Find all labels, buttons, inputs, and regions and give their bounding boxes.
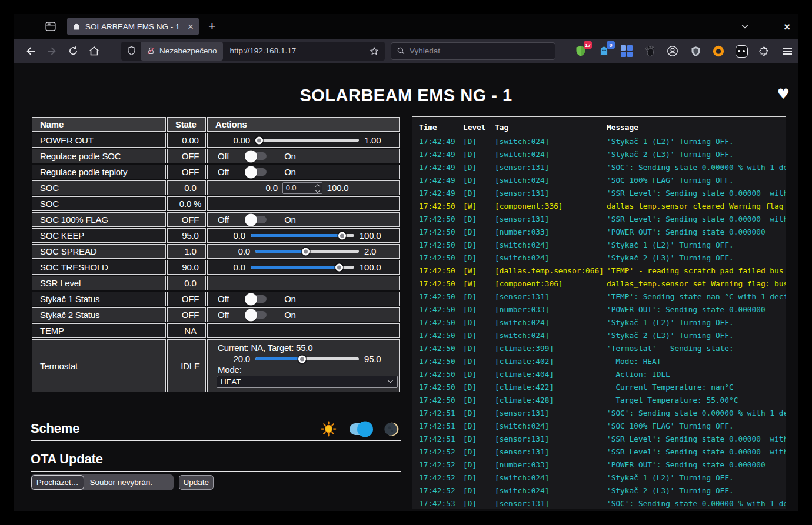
log-time: 17:42:53 bbox=[419, 497, 463, 509]
number-input[interactable]: 0.0 bbox=[282, 182, 322, 194]
slider-track[interactable] bbox=[251, 234, 354, 237]
ota-divider bbox=[31, 471, 401, 472]
log-row: 17:42:49[D][switch:024]'Stykač 2 (L3)' T… bbox=[419, 148, 786, 161]
log-time: 17:42:50 bbox=[419, 394, 463, 407]
scheme-toggle[interactable] bbox=[350, 423, 371, 435]
grid-extension-icon[interactable] bbox=[620, 44, 634, 58]
home-icon[interactable] bbox=[86, 43, 102, 59]
new-tab-button[interactable]: + bbox=[208, 20, 216, 33]
search-bar[interactable]: Vyhledat bbox=[391, 42, 555, 60]
security-chip[interactable]: Nezabezpečeno bbox=[141, 42, 223, 61]
log-row: 17:42:50[D][number:033]'POWER OUT': Send… bbox=[419, 226, 786, 239]
device-name: SOC bbox=[32, 196, 166, 211]
orange-extension-icon[interactable] bbox=[711, 44, 726, 58]
slider-thumb[interactable] bbox=[338, 232, 346, 239]
spin-down-icon[interactable] bbox=[315, 188, 320, 192]
shield-extension-icon[interactable] bbox=[688, 44, 703, 58]
log-tag: [climate:428] bbox=[495, 394, 607, 407]
adblock-extension-icon[interactable]: 17 bbox=[574, 44, 588, 58]
heart-icon[interactable]: ♥ bbox=[777, 86, 790, 102]
tab-close-icon[interactable]: × bbox=[188, 22, 194, 32]
log-time: 17:42:51 bbox=[419, 433, 463, 446]
toggle-switch[interactable] bbox=[247, 152, 267, 160]
toggle-switch[interactable] bbox=[247, 168, 267, 176]
log-rows: 17:42:49[D][switch:024]'Stykač 1 (L2)' T… bbox=[419, 135, 786, 509]
log-time: 17:42:50 bbox=[419, 200, 463, 213]
log-time: 17:42:49 bbox=[419, 135, 463, 148]
toggle-knob bbox=[245, 309, 257, 321]
firefox-view-icon[interactable] bbox=[42, 18, 59, 35]
thermostat-mode-select[interactable]: HEAT bbox=[217, 376, 398, 388]
log-row: 17:42:50[D][switch:024]'Stykač 1 (L2)' T… bbox=[419, 316, 786, 329]
slider-max-label: 2.0 bbox=[364, 246, 376, 256]
forward-icon[interactable] bbox=[44, 43, 60, 59]
log-message: 'SSR Level': Sending state 0.00000 with … bbox=[607, 187, 786, 200]
device-actions: 0.02.0 bbox=[207, 244, 400, 259]
device-state: 95.0 bbox=[167, 228, 206, 243]
log-time: 17:42:50 bbox=[419, 381, 463, 394]
slider-control: 20.095.0 bbox=[217, 354, 398, 364]
log-time: 17:42:50 bbox=[419, 303, 463, 316]
toggle-control: OffOn bbox=[215, 167, 399, 177]
device-state: 0.0 % bbox=[167, 196, 206, 211]
url-bar[interactable]: Nezabezpečeno http://192.168.1.17 bbox=[121, 42, 385, 61]
log-level: [D] bbox=[463, 355, 495, 368]
device-row: SOC0.0 % bbox=[32, 196, 400, 211]
gnome-foot-icon[interactable] bbox=[643, 44, 657, 58]
update-button[interactable]: Update bbox=[179, 475, 214, 490]
extensions-puzzle-icon[interactable] bbox=[757, 44, 771, 58]
slider-thumb[interactable] bbox=[255, 136, 263, 144]
toggle-off-label: Off bbox=[218, 310, 229, 320]
log-message: dallas_temp.sensor set Warning flag: bus… bbox=[607, 277, 786, 290]
log-level: [D] bbox=[463, 368, 495, 381]
log-message: 'Stykač 1 (L2)' Turning OFF. bbox=[607, 135, 786, 148]
number-min-label: 0.0 bbox=[266, 183, 278, 193]
toggle-switch[interactable] bbox=[247, 311, 267, 319]
toggle-switch[interactable] bbox=[247, 295, 267, 303]
menu-hamburger-icon[interactable] bbox=[780, 44, 794, 58]
toggle-switch[interactable] bbox=[247, 216, 267, 223]
log-tag: [number:033] bbox=[495, 226, 607, 239]
slider-min-label: 0.00 bbox=[234, 135, 250, 145]
tracking-shield-icon[interactable] bbox=[127, 46, 137, 56]
log-tag: [switch:024] bbox=[495, 148, 607, 161]
robot-extension-icon[interactable] bbox=[734, 44, 748, 58]
slider-track[interactable] bbox=[255, 357, 359, 360]
column-header-state: State bbox=[167, 117, 206, 132]
device-actions: OffOn bbox=[207, 149, 400, 163]
chevron-down-icon[interactable] bbox=[737, 18, 753, 35]
reload-icon[interactable] bbox=[65, 43, 81, 59]
back-icon[interactable] bbox=[22, 43, 39, 59]
slider-track[interactable] bbox=[255, 139, 359, 142]
file-input[interactable]: Procházet… Soubor nevybrán. bbox=[31, 474, 174, 490]
log-message: Current Temperature: nan°C bbox=[607, 381, 786, 394]
slider-thumb[interactable] bbox=[298, 355, 306, 363]
log-level: [D] bbox=[463, 213, 495, 226]
toggle-knob bbox=[245, 166, 257, 178]
log-time: 17:42:50 bbox=[419, 213, 463, 226]
slider-thumb[interactable] bbox=[302, 248, 310, 255]
number-spinner[interactable] bbox=[316, 184, 320, 192]
log-message: 'POWER OUT': Sending state 0.000000 bbox=[607, 303, 786, 316]
ghost-extension-icon[interactable]: 0 bbox=[597, 44, 611, 58]
browse-button[interactable]: Procházet… bbox=[31, 475, 84, 490]
browser-tab[interactable]: SOLARBEAM EMS NG - 1 × bbox=[67, 18, 199, 35]
toggle-on-label: On bbox=[284, 167, 296, 177]
toggle-control: OffOn bbox=[215, 215, 399, 225]
log-message: 'TEMP' - reading scratch pad failed bus … bbox=[607, 265, 786, 277]
slider-thumb[interactable] bbox=[335, 263, 343, 271]
window-close-icon[interactable]: × bbox=[784, 21, 790, 32]
slider-track[interactable] bbox=[251, 266, 354, 269]
log-panel[interactable]: Time Level Tag Message 17:42:49[D][switc… bbox=[412, 116, 786, 509]
address-text[interactable]: http://192.168.1.17 bbox=[230, 46, 370, 55]
log-tag: [climate:399] bbox=[495, 342, 607, 355]
log-level: [D] bbox=[463, 381, 495, 394]
slider-track[interactable] bbox=[255, 250, 359, 253]
device-actions bbox=[207, 323, 400, 338]
device-row: SOC0.00.00.0100.0 bbox=[32, 180, 400, 195]
log-message: 'POWER OUT': Sending state 0.000000 bbox=[607, 226, 786, 239]
account-icon[interactable] bbox=[665, 44, 680, 58]
thermostat-mode-label: Mode: bbox=[217, 365, 398, 374]
bookmark-star-icon[interactable] bbox=[370, 46, 379, 56]
log-time: 17:42:51 bbox=[419, 407, 463, 420]
